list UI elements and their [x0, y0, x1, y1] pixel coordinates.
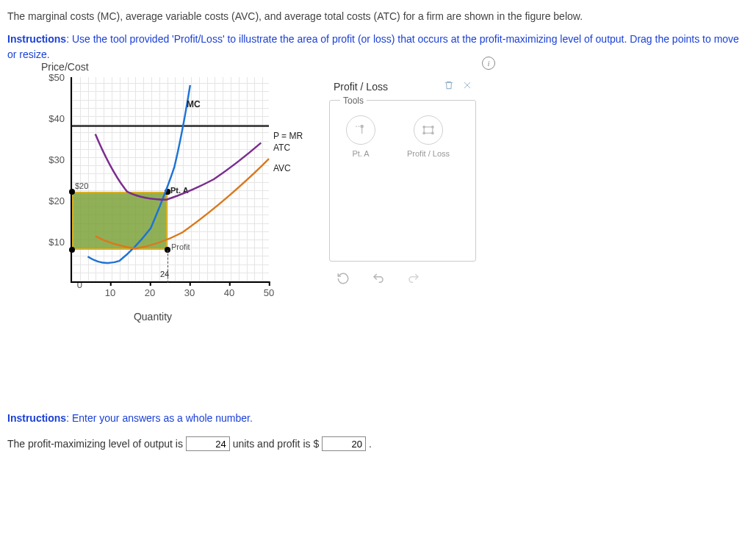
avc-label: AVC [273, 163, 291, 173]
x-tick: 40 [224, 287, 234, 298]
panel-title: Profit / Loss [334, 81, 388, 93]
y-tick: $20 [35, 195, 65, 206]
tool-profit-loss[interactable]: Profit / Loss [405, 115, 452, 158]
instructions-2: Instructions: Enter your answers as a wh… [7, 411, 749, 426]
tool-panel: Profit / Loss Tools Pt. [329, 77, 476, 289]
rect-tool-icon [414, 115, 443, 145]
y-axis-title: Price/Cost [41, 61, 89, 73]
redo-icon[interactable] [407, 272, 420, 289]
svg-point-2 [361, 125, 363, 127]
answer-mid: units and profit is $ [233, 438, 322, 450]
instructions-1: Instructions: Use the tool provided 'Pro… [7, 32, 749, 62]
curves-svg [72, 77, 269, 281]
x-tick: 10 [105, 287, 115, 298]
svg-point-7 [423, 132, 425, 134]
mc-label: MC [187, 99, 201, 109]
tools-fieldset: Tools Pt. A Profit / [329, 100, 476, 262]
x-axis-title: Quantity [28, 311, 278, 323]
info-icon[interactable]: i [482, 57, 495, 70]
svg-point-6 [432, 126, 434, 129]
instructions-2-body: : Enter your answers as a whole number. [66, 412, 253, 424]
instructions-2-label: Instructions [7, 412, 66, 424]
x-tick: 30 [184, 287, 195, 298]
point-tool-icon [346, 115, 375, 145]
svg-point-8 [432, 132, 434, 134]
reset-icon[interactable] [336, 272, 350, 289]
pmr-label: P = MR [273, 131, 303, 141]
x-tick: 20 [145, 287, 155, 298]
svg-point-5 [423, 126, 425, 129]
answer-sentence: The profit-maximizing level of output is… [7, 436, 749, 451]
y-tick: $10 [35, 237, 65, 248]
svg-rect-4 [424, 127, 433, 133]
instructions-1-label: Instructions [7, 33, 66, 45]
tools-legend: Tools [340, 96, 367, 106]
answer-suffix: . [369, 438, 372, 450]
instructions-1-body: : Use the tool provided 'Profit/Loss' to… [7, 33, 739, 60]
tool-label: Pt. A [352, 149, 369, 158]
output-input[interactable] [186, 436, 230, 451]
y-tick: $50 [35, 72, 65, 83]
plot-area[interactable]: $20 Pt. A Profit 24 [71, 77, 269, 283]
trash-icon[interactable] [444, 80, 454, 93]
profit-input[interactable] [322, 436, 366, 451]
undo-icon[interactable] [372, 272, 385, 289]
close-icon[interactable] [463, 80, 472, 93]
atc-label: ATC [273, 143, 290, 153]
answer-prefix: The profit-maximizing level of output is [7, 438, 186, 450]
intro-text: The marginal costs (MC), average variabl… [7, 9, 749, 24]
y-tick: $40 [35, 113, 65, 124]
x-tick: 50 [264, 287, 274, 298]
tool-label: Profit / Loss [407, 149, 450, 158]
y-tick: $30 [35, 154, 65, 165]
tool-point-a[interactable]: Pt. A [337, 115, 384, 158]
chart: Price/Cost $50 $40 $30 $20 $10 0 10 20 3… [28, 77, 307, 323]
